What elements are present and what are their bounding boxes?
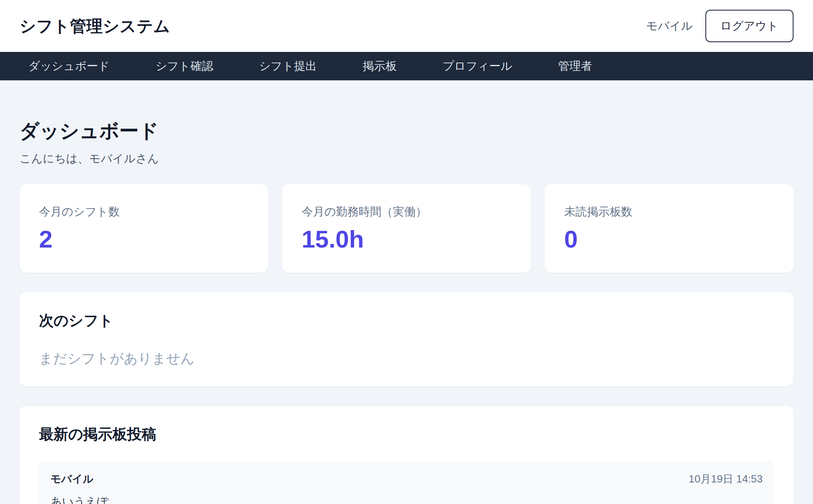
board-post-head: モバイル 10月19日 14:53 xyxy=(50,472,763,486)
stat-card-work-hours: 今月の勤務時間（実働） 15.0h xyxy=(282,184,531,273)
board-post-content: あいうえぽ xyxy=(50,495,763,504)
stat-label: 今月のシフト数 xyxy=(39,204,249,220)
app-screen: シフト管理システム モバイル ログアウト ダッシュボード シフト確認 シフト提出… xyxy=(0,0,813,504)
nav-item-profile[interactable]: プロフィール xyxy=(443,58,512,74)
nav-item-board[interactable]: 掲示板 xyxy=(363,58,397,74)
stat-card-shift-count: 今月のシフト数 2 xyxy=(19,184,268,273)
board-post-author: モバイル xyxy=(50,472,93,486)
app-title: シフト管理システム xyxy=(19,15,170,37)
board-post-item[interactable]: モバイル 10月19日 14:53 あいうえぽ xyxy=(39,461,774,504)
stat-value: 2 xyxy=(39,225,249,253)
stats-grid: 今月のシフト数 2 今月の勤務時間（実働） 15.0h 未読掲示板数 0 xyxy=(19,184,794,273)
nav-item-shift-check[interactable]: シフト確認 xyxy=(156,58,213,74)
main-content: ダッシュボード こんにちは、モバイルさん 今月のシフト数 2 今月の勤務時間（実… xyxy=(0,119,813,504)
header-right-group: モバイル ログアウト xyxy=(646,10,794,42)
current-user-name: モバイル xyxy=(646,18,693,34)
page-title: ダッシュボード xyxy=(19,119,794,143)
stat-value: 0 xyxy=(564,225,774,253)
next-shift-empty-message: まだシフトがありません xyxy=(39,350,774,367)
board-posts-card: 最新の掲示板投稿 モバイル 10月19日 14:53 あいうえぽ xyxy=(19,406,794,504)
logout-button[interactable]: ログアウト xyxy=(705,10,794,42)
next-shift-title: 次のシフト xyxy=(39,312,774,329)
stat-card-unread-board: 未読掲示板数 0 xyxy=(545,184,794,273)
next-shift-card: 次のシフト まだシフトがありません xyxy=(19,292,794,386)
nav-item-shift-submit[interactable]: シフト提出 xyxy=(259,58,317,74)
main-nav: ダッシュボード シフト確認 シフト提出 掲示板 プロフィール 管理者 xyxy=(0,52,813,80)
nav-item-admin[interactable]: 管理者 xyxy=(558,58,592,74)
stat-label: 今月の勤務時間（実働） xyxy=(302,204,512,220)
board-posts-title: 最新の掲示板投稿 xyxy=(39,425,774,443)
stat-label: 未読掲示板数 xyxy=(564,204,774,220)
greeting-text: こんにちは、モバイルさん xyxy=(19,151,794,166)
board-post-timestamp: 10月19日 14:53 xyxy=(689,472,763,486)
app-header: シフト管理システム モバイル ログアウト xyxy=(0,0,813,52)
stat-value: 15.0h xyxy=(302,225,512,253)
nav-item-dashboard[interactable]: ダッシュボード xyxy=(28,58,110,74)
